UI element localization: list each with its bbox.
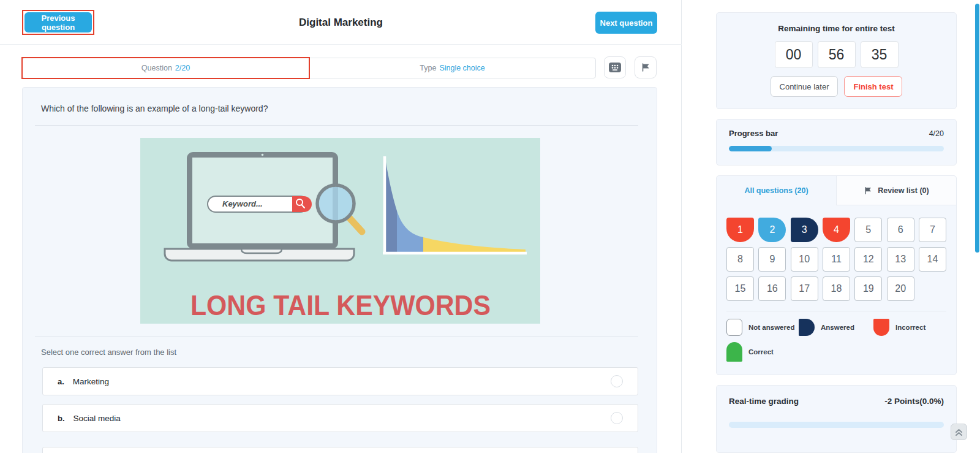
question-number-9[interactable]: 9 <box>758 247 786 272</box>
question-illustration: Keyword... LONG TAIL KEYWORDS <box>140 138 540 324</box>
progress-bar-fill <box>729 146 772 151</box>
question-number-2[interactable]: 2 <box>758 218 786 242</box>
legend-item-answered: Answered <box>799 318 873 337</box>
double-chevron-up-icon <box>954 428 963 436</box>
select-hint: Select one correct answer from the list <box>41 348 176 357</box>
question-number-7[interactable]: 7 <box>919 218 946 242</box>
question-number-20[interactable]: 20 <box>887 276 914 301</box>
flag-question-button[interactable] <box>635 56 657 78</box>
tab-review-label: Review list (0) <box>878 186 929 195</box>
question-number-13[interactable]: 13 <box>887 247 914 272</box>
answer-option-partial[interactable] <box>42 447 638 453</box>
question-card: Which of the following is an example of … <box>22 87 657 453</box>
legend-swatch-answered <box>799 319 815 336</box>
progress-bar-track <box>729 146 944 151</box>
option-label: Social media <box>74 414 121 423</box>
question-text: Which of the following is an example of … <box>41 104 268 113</box>
questions-navigator-card: All questions (20) Review list (0) 12345… <box>716 175 957 375</box>
question-number-grid: 1234567891011121314151617181920 <box>726 218 946 301</box>
legend-label: Answered <box>821 324 854 331</box>
question-number-4[interactable]: 4 <box>823 218 850 242</box>
tab-review-list[interactable]: Review list (0) <box>836 176 956 205</box>
timer-minutes: 56 <box>818 41 856 68</box>
question-number-18[interactable]: 18 <box>823 276 850 301</box>
question-number-5[interactable]: 5 <box>854 218 882 242</box>
question-number-8[interactable]: 8 <box>726 247 754 272</box>
timer-title: Remaining time for entire test <box>778 24 895 33</box>
question-panel: Previous question Digital Marketing Next… <box>0 0 682 453</box>
legend-item-not-answered: Not answered <box>726 318 799 337</box>
timer-hours: 00 <box>775 41 813 68</box>
header-divider <box>0 44 682 45</box>
illustration-search-text: Keyword... <box>222 199 263 208</box>
option-label: Marketing <box>73 377 109 386</box>
grading-value: -2 Points(0.0%) <box>884 397 944 406</box>
timer-card: Remaining time for entire test 00 56 35 … <box>716 12 957 109</box>
illustration-caption: LONG TAIL KEYWORDS <box>190 289 491 321</box>
finish-test-button[interactable]: Finish test <box>844 76 902 97</box>
question-type-value: Single choice <box>439 64 484 72</box>
divider <box>35 337 638 337</box>
navigator-tabs: All questions (20) Review list (0) <box>717 176 956 205</box>
question-number-11[interactable]: 11 <box>823 247 850 272</box>
option-letter: b. <box>58 414 65 423</box>
option-radio[interactable] <box>611 375 623 387</box>
question-number-17[interactable]: 17 <box>791 276 818 301</box>
legend-label: Incorrect <box>895 324 925 331</box>
status-legend: Not answeredAnsweredIncorrectCorrect <box>726 318 946 362</box>
question-type-label: Type <box>420 64 436 72</box>
question-number-19[interactable]: 19 <box>854 276 882 301</box>
question-number-10[interactable]: 10 <box>791 247 818 272</box>
option-radio[interactable] <box>611 412 623 424</box>
question-number-16[interactable]: 16 <box>758 276 786 301</box>
question-number-14[interactable]: 14 <box>919 247 946 272</box>
question-counter-label: Question <box>141 64 172 72</box>
grading-label: Real-time grading <box>729 397 799 406</box>
legend-item-incorrect: Incorrect <box>873 318 946 337</box>
grading-bar-track <box>729 422 944 428</box>
legend-label: Not answered <box>748 324 794 331</box>
progress-label: Progress bar <box>729 129 778 138</box>
page-title: Digital Marketing <box>0 17 682 29</box>
keypad-icon <box>609 63 621 72</box>
legend-swatch-incorrect <box>873 319 889 336</box>
progress-card: Progress bar 4/20 <box>716 119 957 166</box>
flag-icon <box>641 63 650 72</box>
answer-option-a[interactable]: a. Marketing <box>42 367 638 395</box>
question-number-6[interactable]: 6 <box>887 218 914 242</box>
question-counter-value: 2/20 <box>175 64 190 72</box>
progress-value: 4/20 <box>929 129 944 138</box>
tab-all-questions[interactable]: All questions (20) <box>717 176 836 205</box>
question-counter: Question 2/20 <box>23 58 309 78</box>
question-number-1[interactable]: 1 <box>726 218 754 242</box>
scroll-to-top-button[interactable] <box>951 424 967 440</box>
divider <box>726 311 946 311</box>
grading-card: Real-time grading -2 Points(0.0%) <box>716 385 957 453</box>
answer-option-b[interactable]: b. Social media <box>42 404 638 432</box>
question-number-3[interactable]: 3 <box>791 218 818 242</box>
legend-swatch-not-answered <box>726 319 742 336</box>
question-list-button[interactable] <box>604 56 626 78</box>
question-meta-bar: Question 2/20 Type Single choice <box>22 58 596 78</box>
option-letter: a. <box>58 377 64 386</box>
divider <box>35 125 638 126</box>
question-number-12[interactable]: 12 <box>854 247 882 272</box>
legend-swatch-correct <box>726 342 742 362</box>
timer-boxes: 00 56 35 <box>775 41 899 68</box>
timer-actions: Continue later Finish test <box>771 76 903 97</box>
question-number-15[interactable]: 15 <box>726 276 754 301</box>
timer-seconds: 35 <box>861 41 899 68</box>
flag-icon <box>864 186 872 195</box>
continue-later-button[interactable]: Continue later <box>771 76 839 97</box>
legend-item-correct: Correct <box>726 342 799 362</box>
legend-label: Correct <box>748 348 774 356</box>
question-type: Type Single choice <box>309 58 595 78</box>
next-question-button[interactable]: Next question <box>595 12 657 34</box>
page-scrollbar[interactable] <box>975 4 979 253</box>
